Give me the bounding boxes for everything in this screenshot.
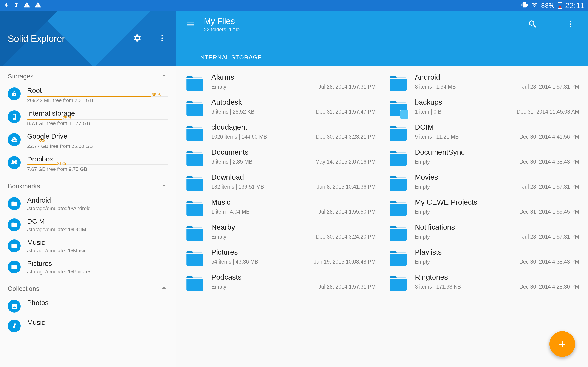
storage-pct: 25% — [62, 115, 72, 120]
section-storages[interactable]: Storages — [0, 66, 176, 84]
bookmark-item[interactable]: Android /storage/emulated/0/Android — [0, 194, 176, 215]
folder-info: 3 items | 171.93 KB — [415, 284, 461, 290]
folder-date: Dec 31, 2014 11:45:03 AM — [517, 109, 579, 115]
folder-row[interactable]: Movies Empty Jul 28, 2014 1:57:31 PM — [387, 169, 581, 194]
folder-row[interactable]: DocumentSync Empty Dec 30, 2014 4:38:43 … — [387, 144, 581, 169]
storage-item[interactable]: Dropbox 21% 7.67 GB free from 9.75 GB — [0, 153, 176, 176]
folder-date: Dec 30, 2014 4:38:43 PM — [519, 259, 579, 265]
section-collections[interactable]: Collections — [0, 278, 176, 297]
folder-icon — [389, 274, 408, 293]
folder-name: Playlists — [415, 248, 579, 257]
file-grid: Alarms Empty Jul 28, 2014 1:57:31 PM Aut… — [176, 66, 588, 367]
folder-row[interactable]: backups 1 item | 0 B Dec 31, 2014 11:45:… — [387, 94, 581, 119]
folder-row[interactable]: Pictures 54 items | 43.36 MB Jun 19, 201… — [183, 244, 378, 269]
folder-name: DCIM — [415, 123, 579, 131]
storage-item[interactable]: Root 88% 269.42 MB free from 2.31 GB — [0, 84, 176, 107]
main-header: My Files 22 folders, 1 file INTERNAL STO… — [176, 11, 588, 66]
folder-icon — [185, 249, 204, 268]
bookmark-item[interactable]: DCIM /storage/emulated/0/DCIM — [0, 215, 176, 236]
app-title: Solid Explorer — [8, 33, 65, 44]
storage-icon — [8, 156, 21, 169]
storage-name: Dropbox — [27, 155, 168, 163]
folder-info: 54 items | 43.36 MB — [211, 259, 258, 265]
menu-button[interactable] — [186, 19, 195, 30]
folder-name: Notifications — [415, 223, 579, 232]
settings-button[interactable] — [133, 34, 142, 43]
folder-icon — [8, 218, 21, 231]
folder-name: Alarms — [211, 73, 376, 81]
folder-row[interactable]: Autodesk 6 items | 28.52 KB Dec 31, 2014… — [183, 94, 378, 119]
bookmark-item[interactable]: Music /storage/emulated/0/Music — [0, 236, 176, 257]
folder-name: Podcasts — [211, 273, 376, 282]
bookmark-name: Android — [27, 196, 168, 204]
bookmark-item[interactable]: Pictures /storage/emulated/0/Pictures — [0, 257, 176, 278]
folder-row[interactable]: Download 132 items | 139.51 MB Jun 8, 20… — [183, 169, 378, 194]
collection-icon — [8, 319, 21, 332]
bookmark-name: Music — [27, 239, 168, 246]
storage-item[interactable]: Google Drive 8% 22.77 GB free from 25.00… — [0, 130, 176, 153]
folder-row[interactable]: Nearby Empty Dec 30, 2014 3:24:20 PM — [183, 219, 378, 244]
folder-row[interactable]: My CEWE Projects Empty Dec 31, 2014 1:59… — [387, 194, 581, 219]
folder-date: Jul 28, 2014 1:55:50 PM — [319, 209, 376, 215]
sidebar: Solid Explorer Storages Root 88% 269.42 … — [0, 11, 176, 367]
battery-pct: 88% — [541, 2, 555, 9]
section-label: Bookmarks — [8, 183, 40, 190]
vibrate-icon — [521, 1, 528, 10]
collection-item[interactable]: Photos — [0, 297, 176, 316]
folder-row[interactable]: Documents 6 items | 2.85 MB May 14, 2015… — [183, 144, 378, 169]
folder-info: 9 items | 11.21 MB — [415, 134, 459, 140]
folder-icon — [389, 224, 408, 243]
storage-pct: 21% — [57, 161, 66, 166]
storage-icon — [8, 133, 21, 146]
folder-date: Dec 31, 2014 1:57:47 PM — [316, 109, 376, 115]
bookmark-path: /storage/emulated/0/DCIM — [27, 227, 168, 233]
folder-icon — [185, 274, 204, 293]
folder-info: 1 item | 4.04 MB — [211, 209, 250, 215]
folder-row[interactable]: Playlists Empty Dec 30, 2014 4:38:43 PM — [387, 244, 581, 269]
section-label: Collections — [8, 285, 39, 292]
folder-row[interactable]: Android 8 items | 1.94 MB Jul 28, 2014 1… — [387, 69, 581, 94]
folder-row[interactable]: Podcasts Empty Jul 28, 2014 1:57:31 PM — [183, 269, 378, 294]
app-badge-icon — [400, 110, 409, 119]
chevron-up-icon — [160, 71, 168, 81]
folder-date: Jul 28, 2014 1:57:31 PM — [522, 234, 579, 240]
storage-free: 22.77 GB free from 25.00 GB — [27, 143, 168, 149]
section-bookmarks[interactable]: Bookmarks — [0, 176, 176, 194]
battery-icon — [558, 2, 562, 9]
folder-date: Jul 28, 2014 1:57:31 PM — [522, 184, 579, 190]
folder-date: May 14, 2015 2:07:16 PM — [315, 159, 376, 165]
sidebar-more-button[interactable] — [158, 34, 166, 43]
page-subtitle: 22 folders, 1 file — [204, 27, 240, 33]
chevron-up-icon — [160, 181, 168, 191]
folder-row[interactable]: Ringtones 3 items | 171.93 KB Dec 30, 20… — [387, 269, 581, 294]
storage-usage-bar: 88% — [27, 96, 168, 97]
collection-name: Photos — [27, 299, 168, 307]
storage-pct: 88% — [151, 92, 161, 98]
bookmark-path: /storage/emulated/0/Music — [27, 248, 168, 254]
folder-info: Empty — [415, 259, 430, 265]
storage-item[interactable]: Internal storage 25% 8.73 GB free from 1… — [0, 107, 176, 130]
folder-date: Dec 30, 2014 4:41:56 PM — [519, 134, 579, 140]
wifi-icon — [531, 1, 538, 10]
folder-name: My CEWE Projects — [415, 198, 579, 206]
tab-internal-storage[interactable]: INTERNAL STORAGE — [198, 49, 262, 66]
search-button[interactable] — [528, 19, 537, 30]
folder-row[interactable]: DCIM 9 items | 11.21 MB Dec 30, 2014 4:4… — [387, 119, 581, 144]
folder-icon — [8, 261, 21, 273]
main-more-button[interactable] — [566, 20, 574, 29]
folder-info: 1026 items | 144.60 MB — [211, 134, 267, 140]
fab-add-button[interactable] — [549, 331, 575, 357]
collection-item[interactable]: Music — [0, 316, 176, 336]
folder-row[interactable]: Alarms Empty Jul 28, 2014 1:57:31 PM — [183, 69, 378, 94]
folder-date: Dec 30, 2014 4:38:43 PM — [519, 159, 579, 165]
folder-icon — [185, 199, 204, 218]
folder-date: Jul 28, 2014 1:57:31 PM — [522, 84, 579, 90]
storage-name: Google Drive — [27, 132, 168, 140]
folder-date: Dec 30, 2014 3:23:21 PM — [316, 134, 376, 140]
folder-row[interactable]: cloudagent 1026 items | 144.60 MB Dec 30… — [183, 119, 378, 144]
folder-row[interactable]: Notifications Empty Jul 28, 2014 1:57:31… — [387, 219, 581, 244]
folder-name: backups — [415, 98, 579, 106]
folder-row[interactable]: Music 1 item | 4.04 MB Jul 28, 2014 1:55… — [183, 194, 378, 219]
storage-usage-bar: 21% — [27, 165, 168, 165]
folder-icon — [389, 74, 408, 93]
